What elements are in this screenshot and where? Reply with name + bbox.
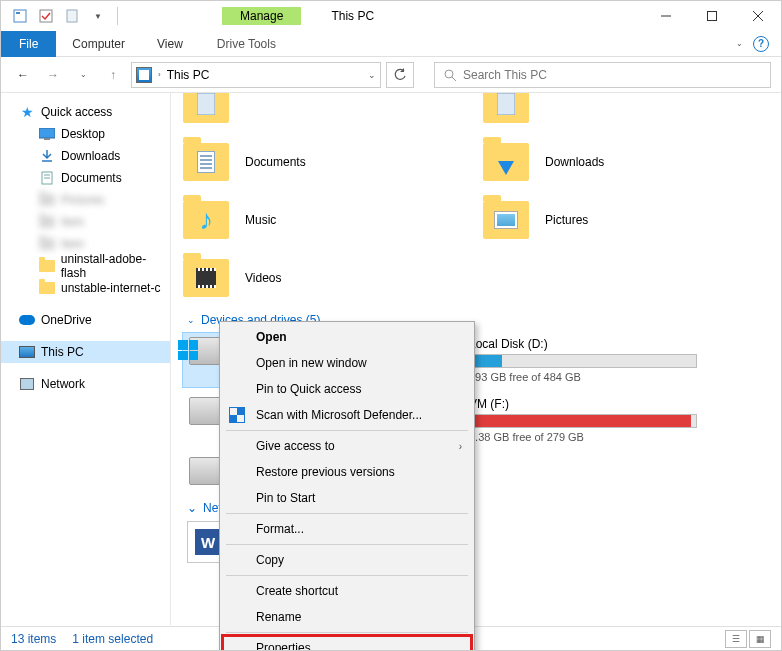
qat-separator	[117, 7, 118, 25]
sidebar-blurred-item[interactable]: Item	[1, 233, 170, 255]
minimize-button[interactable]	[643, 1, 689, 31]
folder-tile[interactable]	[483, 93, 723, 131]
address-bar[interactable]: › This PC ⌄	[131, 62, 381, 88]
sidebar-label: unstable-internet-c	[61, 281, 160, 295]
sidebar-this-pc[interactable]: This PC	[1, 341, 170, 363]
cm-open-new-window[interactable]: Open in new window	[222, 350, 472, 376]
refresh-button[interactable]	[386, 62, 414, 88]
folder-icon	[39, 238, 55, 250]
folder-pictures[interactable]: Pictures	[483, 193, 723, 247]
svg-line-9	[452, 77, 456, 81]
cm-pin-quick-access[interactable]: Pin to Quick access	[222, 376, 472, 402]
svg-rect-5	[708, 12, 717, 21]
qat-doc-icon[interactable]	[61, 5, 83, 27]
help-icon[interactable]: ?	[753, 36, 769, 52]
folder-tile[interactable]	[183, 93, 423, 131]
view-tab[interactable]: View	[141, 33, 199, 55]
menu-separator	[226, 430, 468, 431]
folder-documents[interactable]: Documents	[183, 135, 423, 189]
titlebar: ▼ Manage This PC	[1, 1, 781, 31]
manage-header: Manage	[222, 7, 301, 25]
drive-d[interactable]: Local Disk (D:) 893 GB free of 484 GB	[463, 333, 703, 387]
view-large-icons-button[interactable]: ▦	[749, 630, 771, 648]
cm-scan-defender[interactable]: Scan with Microsoft Defender...	[222, 402, 472, 428]
navigation-bar: ← → ⌄ ↑ › This PC ⌄ Search This PC	[1, 57, 781, 93]
sidebar-label: uninstall-adobe-flash	[61, 252, 170, 280]
close-button[interactable]	[735, 1, 781, 31]
drive-free-text: 4.38 GB free of 279 GB	[469, 431, 697, 443]
up-button[interactable]: ↑	[101, 63, 125, 87]
address-location[interactable]: This PC	[167, 68, 210, 82]
defender-icon	[228, 406, 246, 424]
computer-tab[interactable]: Computer	[56, 33, 141, 55]
sidebar-desktop[interactable]: Desktop	[1, 123, 170, 145]
status-item-count: 13 items	[11, 632, 56, 646]
folder-icon	[483, 143, 529, 181]
this-pc-icon	[19, 344, 35, 360]
sidebar-quick-access[interactable]: ★ Quick access	[1, 101, 170, 123]
menu-separator	[226, 575, 468, 576]
drive-tools-tab[interactable]: Drive Tools	[203, 33, 290, 55]
drive-free-text: 893 GB free of 484 GB	[469, 371, 697, 383]
cm-restore-versions[interactable]: Restore previous versions	[222, 459, 472, 485]
folder-icon	[183, 259, 229, 297]
folder-label: Videos	[245, 271, 281, 285]
windows-logo-icon	[178, 340, 198, 360]
cm-rename[interactable]: Rename	[222, 604, 472, 630]
sidebar-network[interactable]: Network	[1, 373, 170, 395]
sidebar-folder-uninstall[interactable]: uninstall-adobe-flash	[1, 255, 170, 277]
cm-give-access[interactable]: Give access to›	[222, 433, 472, 459]
folder-music[interactable]: ♪ Music	[183, 193, 423, 247]
desktop-icon	[39, 126, 55, 142]
cm-format[interactable]: Format...	[222, 516, 472, 542]
sidebar-label: OneDrive	[41, 313, 92, 327]
address-dropdown-icon[interactable]: ⌄	[368, 70, 376, 80]
cm-properties[interactable]: Properties	[222, 635, 472, 651]
folder-icon	[39, 194, 55, 206]
star-icon: ★	[19, 104, 35, 120]
view-details-button[interactable]: ☰	[725, 630, 747, 648]
svg-rect-2	[40, 10, 52, 22]
sidebar-label: Network	[41, 377, 85, 391]
ribbon-tabs: File Computer View Drive Tools ⌄ ?	[1, 31, 781, 57]
drive-f[interactable]: VM (F:) 4.38 GB free of 279 GB	[463, 393, 703, 447]
cm-pin-start[interactable]: Pin to Start	[222, 485, 472, 511]
onedrive-icon	[19, 312, 35, 328]
history-dropdown-icon[interactable]: ⌄	[71, 63, 95, 87]
chevron-down-icon: ⌄	[187, 315, 195, 325]
folder-videos[interactable]: Videos	[183, 251, 423, 305]
svg-rect-0	[14, 10, 26, 22]
folder-label: Downloads	[545, 155, 604, 169]
sidebar-blurred-item[interactable]: Pictures	[1, 189, 170, 211]
folder-downloads[interactable]: Downloads	[483, 135, 723, 189]
drive-usage-bar	[469, 354, 697, 368]
sidebar-folder-unstable[interactable]: unstable-internet-c	[1, 277, 170, 299]
file-tab[interactable]: File	[1, 31, 56, 57]
sidebar-label: Pictures	[61, 193, 104, 207]
folder-icon	[39, 260, 55, 272]
sidebar-downloads[interactable]: Downloads	[1, 145, 170, 167]
cm-create-shortcut[interactable]: Create shortcut	[222, 578, 472, 604]
sidebar-onedrive[interactable]: OneDrive	[1, 309, 170, 331]
sidebar-label: Quick access	[41, 105, 112, 119]
back-button[interactable]: ←	[11, 63, 35, 87]
sidebar-label: This PC	[41, 345, 84, 359]
search-box[interactable]: Search This PC	[434, 62, 771, 88]
cm-copy[interactable]: Copy	[222, 547, 472, 573]
folder-icon	[183, 143, 229, 181]
qat-properties-icon[interactable]	[9, 5, 31, 27]
svg-rect-3	[67, 10, 77, 22]
sidebar-blurred-item[interactable]: Item	[1, 211, 170, 233]
forward-button[interactable]: →	[41, 63, 65, 87]
ribbon-expand-icon[interactable]: ⌄	[736, 39, 743, 48]
chevron-right-icon[interactable]: ›	[158, 70, 161, 79]
chevron-down-icon: ⌄	[187, 501, 197, 515]
drive-usage-bar	[469, 414, 697, 428]
qat-checkbox-icon[interactable]	[35, 5, 57, 27]
qat-dropdown-icon[interactable]: ▼	[87, 5, 109, 27]
maximize-button[interactable]	[689, 1, 735, 31]
cm-open[interactable]: Open	[222, 324, 472, 350]
svg-rect-11	[44, 138, 50, 140]
quick-access-toolbar: ▼	[1, 5, 122, 27]
sidebar-documents[interactable]: Documents	[1, 167, 170, 189]
